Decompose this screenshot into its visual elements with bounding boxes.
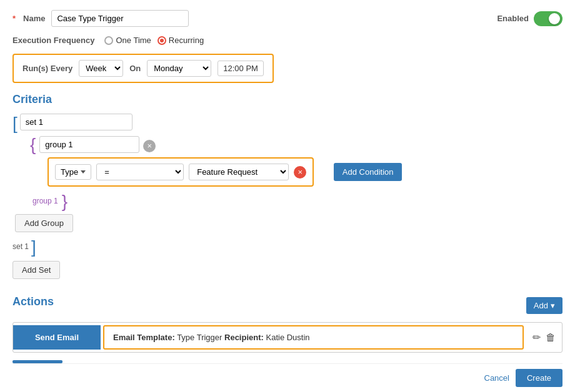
name-label: Name [23,14,45,23]
edit-action-button[interactable]: ✏ [532,331,541,343]
name-input[interactable] [51,10,189,27]
schedule-box: Run(s) Every Week Day Month On Monday Su… [12,54,274,83]
set-close-label: set 1 [12,242,29,251]
set-open-bracket: [ [12,115,18,132]
day-select[interactable]: Monday Sunday Tuesday Wednesday Thursday… [147,60,211,77]
enabled-label: Enabled [497,14,529,23]
add-set-button[interactable]: Add Set [12,261,60,279]
email-template-label: Email Template: [113,333,175,342]
condition-operator-select[interactable]: = != contains [96,164,184,180]
group-name-input[interactable] [39,136,139,153]
set-name-input[interactable] [20,114,132,130]
name-required-star: * [12,14,16,23]
set-close-bracket: ] [31,238,36,256]
execution-frequency-label: Execution Frequency [12,36,94,45]
condition-type-label: Type [61,167,78,177]
send-email-button[interactable]: Send Email [13,325,101,350]
action-detail: Email Template: Type Trigger Recipient: … [103,325,524,350]
add-group-button[interactable]: Add Group [15,214,73,232]
criteria-section: Criteria [ { × Type = [12,93,562,288]
remove-condition-button[interactable]: × [294,166,306,179]
cancel-button[interactable]: Cancel [484,373,509,383]
actions-title: Actions [12,295,54,308]
delete-action-button[interactable]: 🗑 [546,332,556,343]
recurring-radio[interactable]: Recurring [158,36,204,45]
action-icons-group: ✏ 🗑 [526,331,562,343]
recipient-value: Katie Dustin [266,333,309,342]
one-time-label: One Time [116,36,151,45]
actions-section: Actions Add ▾ Send Email Email Template:… [12,295,562,353]
recipient-label: Recipient: [224,333,264,342]
remove-condition-icon: × [298,168,302,176]
group-open-bracket: { [30,136,36,154]
footer: Cancel Create [12,363,562,387]
remove-group-icon: × [148,142,152,150]
frequency-select[interactable]: Week Day Month [79,60,123,77]
runs-every-label: Run(s) Every [22,64,72,73]
action-row: Send Email Email Template: Type Trigger … [12,322,562,353]
enabled-toggle[interactable] [534,11,562,26]
create-button[interactable]: Create [516,369,562,387]
add-action-caret: ▾ [551,301,555,310]
group-close-label: group 1 [32,197,58,205]
condition-type-caret [81,170,86,174]
condition-box: Type = != contains Feature Request Bug Q… [48,157,314,187]
condition-value-select[interactable]: Feature Request Bug Question Other [189,164,289,180]
group-close-bracket: } [62,193,68,210]
email-template-value: Type Trigger [177,333,222,342]
remove-group-button[interactable]: × [143,140,156,152]
criteria-title: Criteria [12,93,562,106]
on-label: On [129,64,141,73]
add-condition-button[interactable]: Add Condition [334,163,402,181]
recurring-label: Recurring [169,36,204,45]
condition-type-button[interactable]: Type [55,164,91,180]
time-display: 12:00 PM [218,61,264,76]
add-action-button[interactable]: Add ▾ [526,297,562,314]
add-action-label: Add [534,301,548,310]
one-time-radio[interactable]: One Time [104,36,151,45]
